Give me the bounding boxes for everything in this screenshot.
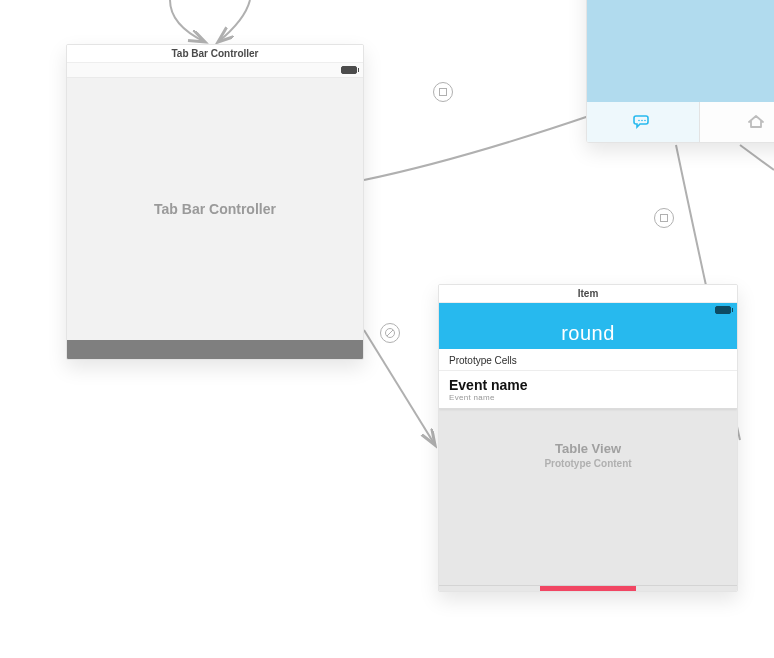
status-bar	[439, 303, 737, 317]
prototype-cell[interactable]: Event name Event name	[439, 371, 737, 409]
primary-button[interactable]	[540, 585, 636, 592]
svg-point-2	[644, 120, 646, 122]
status-bar	[67, 63, 363, 78]
tab-bar	[67, 340, 363, 360]
navigation-bar: round	[439, 317, 737, 349]
table-view-subtitle: Prototype Content	[544, 458, 631, 469]
button-row	[439, 585, 737, 592]
cell-subtitle: Event name	[449, 393, 727, 402]
table-view-scene[interactable]: Table View Prototype Content	[586, 0, 774, 143]
scene-body: Tab Bar Controller	[67, 78, 363, 340]
svg-point-1	[641, 120, 643, 122]
tab-chat[interactable]	[587, 102, 700, 142]
segue-badge-relationship-1	[433, 82, 453, 102]
svg-point-0	[638, 120, 640, 122]
item-scene[interactable]: Item round Prototype Cells Event name Ev…	[438, 284, 738, 592]
home-icon	[746, 114, 766, 130]
segue-badge-relationship-2	[654, 208, 674, 228]
table-view-body: Table View Prototype Content	[587, 0, 774, 102]
tab-bar	[587, 102, 774, 142]
table-view-title: Table View	[555, 441, 621, 456]
cell-title: Event name	[449, 377, 727, 393]
controller-placeholder-label: Tab Bar Controller	[154, 201, 276, 217]
battery-icon	[715, 306, 731, 314]
tab-home[interactable]	[700, 102, 774, 142]
prototype-cells-label: Prototype Cells	[439, 349, 737, 371]
scene-title: Tab Bar Controller	[67, 45, 363, 63]
nav-title: round	[561, 322, 615, 345]
segue-badge-show	[380, 323, 400, 343]
battery-icon	[341, 66, 357, 74]
tab-bar-controller-scene[interactable]: Tab Bar Controller Tab Bar Controller	[66, 44, 364, 360]
chat-icon	[633, 114, 653, 130]
table-view-placeholder-area: Table View Prototype Content	[439, 409, 737, 585]
scene-title: Item	[439, 285, 737, 303]
